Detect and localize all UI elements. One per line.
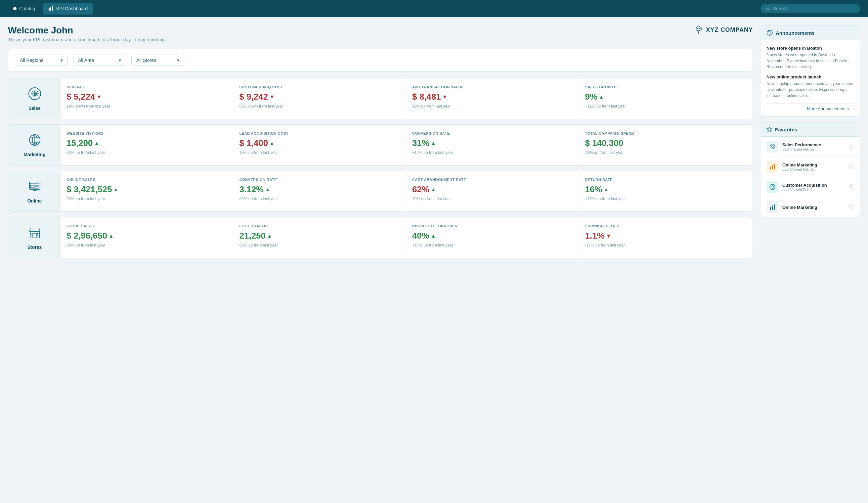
fav-info-icon[interactable]: ⓘ (849, 163, 855, 171)
arrow-up-icon: ▲ (265, 187, 270, 193)
favorites-panel: Favorites Sales Performance Last Viewed … (761, 122, 860, 217)
kpi-label-text: CART ABANDONMENT RATE (412, 178, 574, 182)
announcement-title: New store opens in Boston (766, 46, 855, 51)
svg-rect-0 (49, 8, 50, 11)
kpi-value: 9%▲ (585, 92, 747, 102)
kpi-label-text: AVG TRANSACTION VALUE (412, 85, 574, 89)
arrow-down-icon: ▼ (442, 94, 447, 100)
arrow-up-icon: ▲ (113, 187, 118, 193)
svg-rect-26 (30, 231, 39, 238)
section-stores: Stores STORE SALES $ 2,96,650▲ 80% up fr… (8, 217, 753, 258)
stores-label: Stores (28, 245, 42, 250)
kpi-card-stores-2: INVENTORY TURNOVER 40%▲ +17% up from las… (407, 217, 580, 258)
arrow-up-icon: ▲ (604, 187, 609, 193)
area-filter[interactable]: All Area ▾ (73, 54, 126, 66)
svg-rect-44 (774, 205, 775, 210)
kpi-value: 21,250▲ (239, 230, 402, 241)
section-sales: $ Sales REVENUE $ 5,224▼ 19% down from l… (8, 78, 753, 119)
marketing-icon (28, 133, 42, 148)
arrow-up-icon: ▲ (269, 140, 275, 146)
fav-info-icon[interactable]: ⓘ (849, 143, 855, 150)
fav-icon-1 (766, 161, 778, 173)
announcements-header: Announcements (761, 25, 860, 40)
favorites-title: Favorites (775, 127, 797, 132)
section-label-stores: Stores (8, 217, 61, 258)
kpi-label-text: WEBSITE VISITORS (66, 131, 229, 135)
cards-online: ONLINE SALES $ 3,421,525▲ 80% up from la… (61, 171, 753, 212)
svg-text:$: $ (34, 92, 36, 96)
right-panel: Announcements New store opens in Boston … (761, 25, 860, 495)
announcements-panel: Announcements New store opens in Boston … (761, 25, 860, 117)
kpi-sub-text: 80% up from last year (66, 150, 229, 155)
kpi-value: $ 9,242▼ (239, 92, 402, 102)
arrow-up-icon: ▲ (108, 233, 114, 239)
kpi-card-stores-3: SHRINKAGE RATE 1.1%▼ -17% up from last y… (580, 217, 753, 258)
kpi-label-text: SHRINKAGE RATE (585, 224, 747, 228)
kpi-dashboard-nav[interactable]: KPI Dashboard (43, 3, 93, 14)
chevron-down-icon: ▾ (119, 58, 121, 63)
svg-point-41 (771, 186, 774, 188)
kpi-value: $ 140,300 (585, 138, 747, 148)
svg-rect-37 (770, 167, 771, 170)
catalog-label: Catalog (19, 6, 35, 11)
kpi-sub-text: -17% up from last year (585, 243, 747, 247)
more-announcements-label: More Announcements (807, 106, 849, 111)
kpi-card-marketing-2: CONVERSION RATE 31%▲ +17% up from last y… (407, 125, 580, 165)
region-filter[interactable]: All Regions ▾ (15, 54, 68, 66)
search-icon (766, 6, 771, 11)
fav-info-icon[interactable]: ⓘ (849, 204, 855, 211)
arrow-up-icon: ▲ (431, 233, 436, 239)
left-panel: Welcome John This is your KPI dashboard … (8, 25, 753, 495)
favorites-item-3[interactable]: Online Marketing ⓘ (761, 197, 860, 217)
kpi-card-marketing-1: LEAD ACQUISITION COST $ 1,400▲ 19% up fr… (234, 125, 407, 165)
search-input[interactable] (773, 6, 855, 11)
kpi-value: $ 3,421,525▲ (66, 184, 229, 195)
kpi-card-stores-0: STORE SALES $ 2,96,650▲ 80% up from last… (61, 217, 234, 258)
more-announcements-link[interactable]: More Announcements→ (766, 103, 855, 111)
kpi-sub-text: 80% up from last year (66, 197, 229, 201)
search-bar[interactable] (761, 4, 860, 13)
kpi-sub-text: +17% up from last year (412, 150, 574, 155)
kpi-label-text: FOOT TRAFFIC (239, 224, 402, 228)
kpi-card-online-2: CART ABANDONMENT RATE 62%▲ 19% up from l… (407, 171, 580, 212)
welcome-subtitle: This is your KPI dashboard and a launchp… (8, 37, 166, 42)
announcement-item-1: New online product launch New flagship p… (766, 74, 855, 99)
catalog-nav[interactable]: Catalog (8, 3, 40, 14)
online-icon (28, 179, 42, 195)
kpi-icon (48, 6, 54, 12)
svg-rect-21 (35, 185, 39, 186)
favorites-item-0[interactable]: Sales Performance Last Viewed Feb 22 ⓘ (761, 137, 860, 157)
kpi-value: 31%▲ (412, 138, 574, 148)
svg-point-33 (769, 35, 770, 35)
kpi-sub-text: 19% up from last year (412, 197, 574, 201)
marketing-label: Marketing (23, 152, 45, 157)
favorites-item-2[interactable]: Customer Acquisition Last Viewed Feb 4 ⓘ (761, 177, 860, 197)
kpi-container: $ Sales REVENUE $ 5,224▼ 19% down from l… (8, 78, 753, 258)
kpi-card-online-3: RETURN RATE 16%▲ +17% up from last year (580, 171, 753, 212)
kpi-card-online-1: CONVERSION RATE 3.12%▲ 80% up from last … (234, 171, 407, 212)
main-layout: Welcome John This is your KPI dashboard … (0, 17, 868, 503)
kpi-card-sales-2: AVG TRANSACTION VALUE $ 8,481▼ 19% up fr… (407, 79, 580, 119)
star-icon (766, 126, 772, 132)
chevron-down-icon: ▾ (61, 58, 63, 63)
favorites-item-1[interactable]: Online Marketing Last Viewed Feb 10 ⓘ (761, 157, 860, 177)
kpi-sub-text: 19% down from last year (66, 104, 229, 109)
kpi-card-stores-1: FOOT TRAFFIC 21,250▲ 80% up from last ye… (234, 217, 407, 258)
kpi-sub-text: +17% up from last year (412, 243, 574, 247)
svg-point-36 (772, 146, 773, 147)
svg-rect-42 (770, 207, 771, 210)
kpi-sub-text: +17% up from last year (585, 197, 747, 201)
store-filter[interactable]: All Stores ▾ (131, 54, 184, 66)
kpi-value: $ 8,481▼ (412, 92, 574, 102)
kpi-label-text: TOTAL CAMPAIGN SPEND (585, 131, 747, 135)
kpi-card-sales-1: CUSTOMER ACQ COST $ 9,242▼ 80% down from… (234, 79, 407, 119)
sales-label: Sales (29, 105, 41, 111)
online-label: Online (28, 198, 42, 204)
kpi-label-text: RETURN RATE (585, 178, 747, 182)
kpi-label: KPI Dashboard (56, 6, 87, 11)
cards-stores: STORE SALES $ 2,96,650▲ 80% up from last… (61, 217, 753, 258)
kpi-value: 3.12%▲ (239, 184, 402, 195)
cards-marketing: WEBSITE VISITORS 15,200▲ 80% up from las… (61, 125, 753, 165)
fav-info-icon[interactable]: ⓘ (849, 184, 855, 191)
kpi-sub-text: 19% up from last year (585, 150, 747, 155)
